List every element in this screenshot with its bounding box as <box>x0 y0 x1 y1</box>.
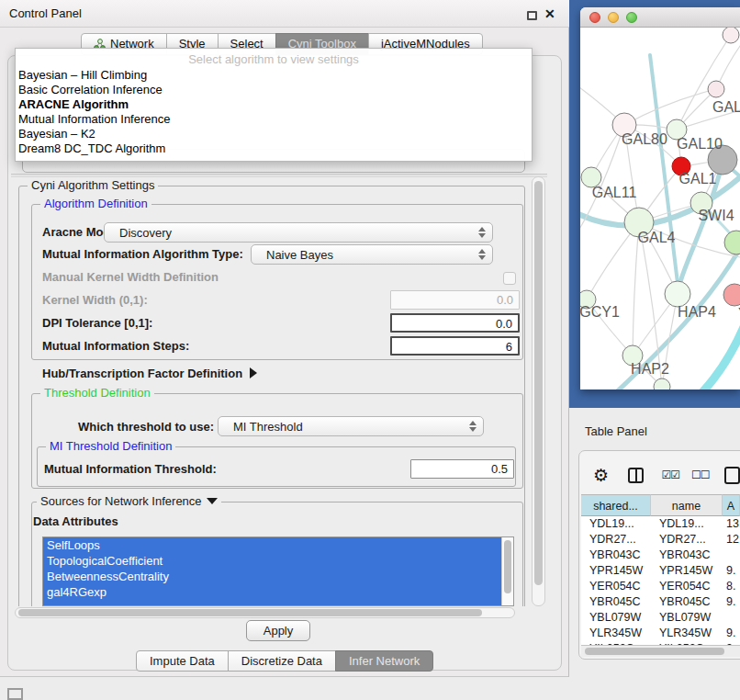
mi-algorithm-type-combobox[interactable]: Naive Bayes <box>251 244 493 265</box>
show-columns-icon[interactable] <box>628 468 643 483</box>
table-row[interactable]: YLR345WYLR345W9. <box>581 626 740 641</box>
network-node[interactable] <box>723 28 739 43</box>
attribute-list-item[interactable]: gal4RGexp <box>43 584 513 600</box>
network-edge[interactable] <box>681 327 740 390</box>
network-node-label: GCY1 <box>580 304 620 320</box>
network-node[interactable] <box>654 378 670 390</box>
mi-algorithm-type-label: Mutual Information Algorithm Type: <box>42 245 243 264</box>
network-node-label: HAP4 <box>678 304 716 320</box>
table-row[interactable]: YER054CYER054C8. <box>581 579 740 594</box>
data-attributes-label: Data Attributes <box>33 513 118 531</box>
select-all-checkboxes-icon[interactable]: ☑☑ <box>662 469 680 481</box>
attribute-list-item[interactable]: TopologicalCoefficient <box>43 553 513 569</box>
zoom-traffic-light[interactable] <box>626 12 637 23</box>
algorithm-option[interactable]: Dream8 DC_TDC Algorithm <box>16 141 532 156</box>
docked-panel-icon[interactable] <box>7 688 23 700</box>
table-cell: YBR043C <box>659 548 711 563</box>
settings-vertical-scrollbar[interactable] <box>532 176 545 606</box>
table-cell: 9. <box>726 563 735 579</box>
combo-arrows-icon <box>469 421 477 432</box>
settings-scroll-viewport: Cyni Algorithm Settings Algorithm Defini… <box>15 175 529 606</box>
table-cell: YDR27... <box>659 532 706 548</box>
data-attributes-list[interactable]: SelfLoopsTopologicalCoefficientBetweenne… <box>42 536 514 606</box>
kernel-width-label: Kernel Width (0,1): <box>42 291 148 310</box>
combo-arrows-icon <box>478 249 486 260</box>
manual-kernel-width-checkbox[interactable] <box>503 272 516 285</box>
table-cell: YBR043C <box>589 548 641 563</box>
dpi-tolerance-field[interactable]: 0.0 <box>390 313 520 333</box>
network-node[interactable] <box>724 231 740 254</box>
column-header-name[interactable]: name <box>651 494 723 516</box>
deselect-all-checkboxes-icon[interactable]: ☐☐ <box>691 469 710 481</box>
table-cell: YDL19... <box>659 516 704 532</box>
which-threshold-combobox[interactable]: MI Threshold <box>218 416 484 436</box>
table-row[interactable]: YPR145WYPR145W9. <box>581 563 740 579</box>
table-cell: 8. <box>726 579 735 594</box>
hub-factor-section-toggle[interactable]: Hub/Transcription Factor Definition <box>42 365 257 383</box>
control-panel-titlebar: Control Panel ✕ <box>0 0 569 28</box>
tab-impute-data[interactable]: Impute Data <box>136 650 229 672</box>
which-threshold-value: MI Threshold <box>233 420 303 434</box>
table-horizontal-scrollbar[interactable] <box>581 645 740 657</box>
table-row[interactable]: YDR27...YDR27...12 <box>581 532 740 548</box>
algorithm-option[interactable]: ARACNE Algorithm <box>16 97 532 112</box>
mi-steps-field[interactable]: 6 <box>390 336 520 356</box>
column-header-shared-name[interactable]: shared... <box>581 494 651 516</box>
combo-arrows-icon <box>478 227 486 238</box>
gear-icon[interactable]: ⚙ <box>593 467 609 484</box>
control-panel-title: Control Panel <box>9 0 82 28</box>
aracne-mode-combobox[interactable]: Discovery <box>104 222 493 243</box>
network-node-label: GAL1 <box>679 171 717 186</box>
network-node[interactable] <box>708 81 724 97</box>
network-edge[interactable] <box>624 89 716 125</box>
settings-vscroll-thumb[interactable] <box>534 181 543 585</box>
settings-hscroll-thumb[interactable] <box>18 609 482 616</box>
mi-threshold-definition-legend: MI Threshold Definition <box>46 440 175 453</box>
network-graph-canvas[interactable]: GALGAL80GAL10GAL1GAL11GAL4SWI4GCY1HAP4YH… <box>580 28 740 390</box>
mi-threshold-field[interactable]: 0.5 <box>410 459 514 479</box>
algorithm-dropdown-popup: Select algorithm to view settings Bayesi… <box>15 48 533 162</box>
table-cell: YDR27... <box>589 532 636 548</box>
settings-horizontal-scrollbar[interactable] <box>15 607 515 618</box>
table-row[interactable]: YDL19...YDL19...13 <box>581 516 740 532</box>
table-cell: YBR045C <box>659 594 711 610</box>
column-header-partial[interactable]: A <box>723 494 740 516</box>
attributes-scrollbar-thumb[interactable] <box>504 540 511 593</box>
algorithm-options-list: Bayesian – Hill ClimbingBasic Correlatio… <box>16 68 532 156</box>
algorithm-option[interactable]: Bayesian – K2 <box>16 127 532 141</box>
table-row[interactable]: YBL079WYBL079W <box>581 610 740 626</box>
float-window-icon[interactable] <box>527 11 537 20</box>
cyni-bottom-tabs: Impute Data Discretize Data Infer Networ… <box>136 650 433 672</box>
table-cell: 13 <box>726 516 739 532</box>
algorithm-option[interactable]: Bayesian – Hill Climbing <box>16 68 532 83</box>
close-traffic-light[interactable] <box>589 12 600 23</box>
close-icon[interactable]: ✕ <box>544 6 555 22</box>
table-function-icon[interactable] <box>724 467 740 484</box>
mi-algorithm-type-value: Naive Bayes <box>266 248 333 262</box>
tab-discretize-data[interactable]: Discretize Data <box>228 650 336 672</box>
table-row[interactable]: YBR043CYBR043C <box>581 548 740 563</box>
algorithm-placeholder: Select algorithm to view settings <box>16 51 532 68</box>
attributes-list-scrollbar[interactable] <box>501 537 513 606</box>
network-node-label: GAL11 <box>592 185 637 200</box>
control-panel-window: Control Panel ✕ Network Style Select Cyn… <box>0 0 569 677</box>
sources-legend[interactable]: Sources for Network Inference <box>37 495 221 508</box>
network-edge[interactable] <box>680 173 720 282</box>
minimize-traffic-light[interactable] <box>608 12 619 23</box>
attribute-list-item[interactable]: BetweennessCentrality <box>43 569 513 584</box>
data-attributes-items: SelfLoopsTopologicalCoefficientBetweenne… <box>43 537 513 600</box>
algorithm-option[interactable]: Mutual Information Inference <box>16 112 532 127</box>
algorithm-option[interactable]: Basic Correlation Inference <box>16 83 532 97</box>
apply-button[interactable]: Apply <box>246 620 310 641</box>
kernel-width-field[interactable]: 0.0 <box>390 290 520 310</box>
table-cell: YPR145W <box>589 563 643 579</box>
table-row[interactable]: YBR045CYBR045C9. <box>581 594 740 610</box>
algorithm-definition-legend: Algorithm Definition <box>40 198 151 210</box>
tab-infer-network[interactable]: Infer Network <box>335 650 433 672</box>
network-node[interactable] <box>723 284 740 306</box>
sources-legend-label: Sources for Network Inference <box>40 494 202 508</box>
attribute-list-item[interactable]: SelfLoops <box>43 537 513 553</box>
network-node[interactable] <box>665 281 690 307</box>
table-hscroll-thumb[interactable] <box>585 648 724 655</box>
table-cell: 9. <box>726 626 735 641</box>
